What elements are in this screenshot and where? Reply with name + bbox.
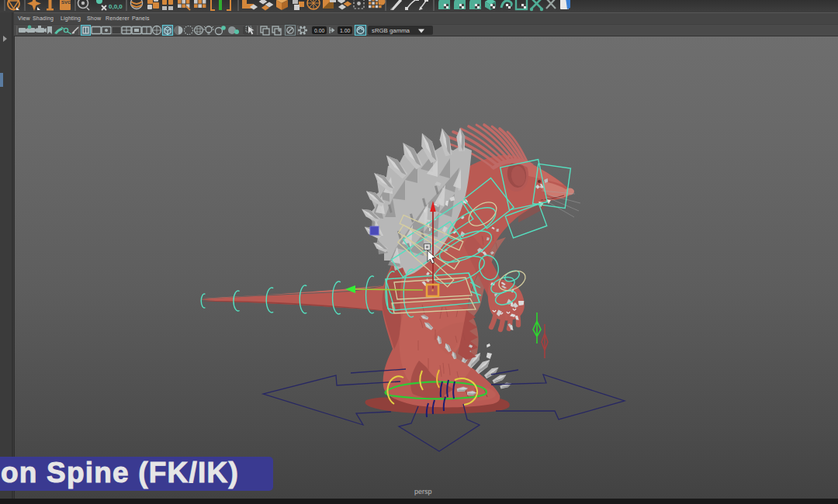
svg-text:sRGB gamma: sRGB gamma (372, 27, 410, 34)
svg-text:1.00: 1.00 (340, 28, 350, 33)
svg-text:SVG: SVG (61, 0, 71, 5)
svg-text:0,0,0: 0,0,0 (109, 3, 123, 10)
svg-text:0.00: 0.00 (314, 28, 324, 33)
